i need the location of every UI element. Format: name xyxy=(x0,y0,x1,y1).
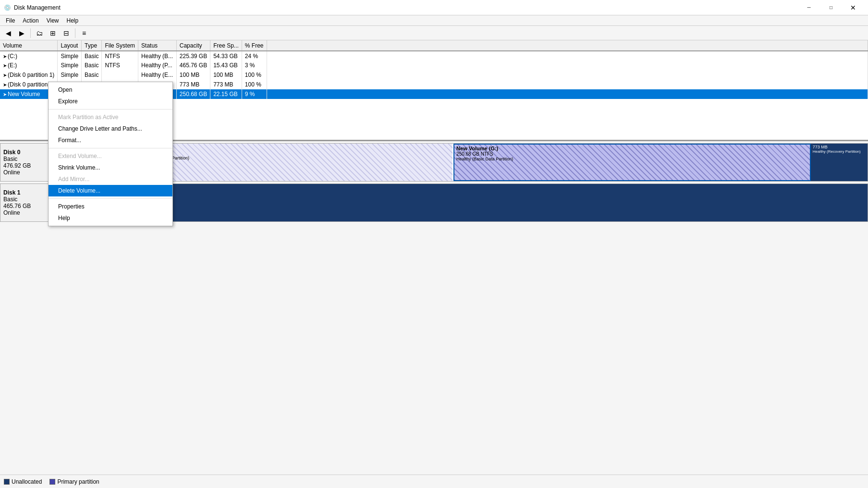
table-row[interactable]: ➤(Disk 0 partition 1) Simple Basic Healt… xyxy=(0,70,868,80)
menu-view[interactable]: View xyxy=(43,15,63,25)
context-menu-item-mark-partition-as-active: Mark Partition as Active xyxy=(49,111,172,123)
disk1-status: Online xyxy=(3,209,52,216)
cell-extra xyxy=(267,89,868,99)
cell-volume: ➤(E:) xyxy=(0,61,58,70)
context-menu-item-open[interactable]: Open xyxy=(49,84,172,96)
cell-free: 54.33 GB xyxy=(210,51,242,61)
context-menu-item-change-drive-letter-and-paths...[interactable]: Change Drive Letter and Paths... xyxy=(49,123,172,134)
toolbar-btn-4[interactable]: ≡ xyxy=(78,27,90,39)
col-layout[interactable]: Layout xyxy=(58,40,82,51)
menu-action[interactable]: Action xyxy=(19,15,42,25)
disk0-part3[interactable]: New Volume (G:) 250.68 GB NTFS Healthy (… xyxy=(453,144,811,181)
col-capacity[interactable]: Capacity xyxy=(176,40,210,51)
cell-extra xyxy=(267,70,868,80)
cell-fs: NTFS xyxy=(102,51,138,61)
maximize-button[interactable]: □ xyxy=(820,0,842,15)
cell-type: Basic xyxy=(82,51,102,61)
cell-extra xyxy=(267,51,868,61)
context-menu-item-extend-volume...: Extend Volume... xyxy=(49,150,172,162)
cell-capacity: 465.76 GB xyxy=(176,61,210,70)
cell-extra xyxy=(267,80,868,89)
forward-button[interactable]: ▶ xyxy=(15,27,28,39)
col-fs[interactable]: File System xyxy=(102,40,138,51)
table-row[interactable]: ➤(C:) Simple Basic NTFS Healthy (B... 22… xyxy=(0,51,868,61)
app-icon: 💿 xyxy=(4,4,11,11)
disk0-size: 476.92 GB xyxy=(3,162,52,169)
menu-help[interactable]: Help xyxy=(63,15,83,25)
cell-volume: ➤(Disk 0 partition 1) xyxy=(0,70,58,80)
disk0-label: Disk 0 Basic 476.92 GB Online xyxy=(0,143,55,182)
cell-type: Basic xyxy=(82,61,102,70)
disk1-type: Basic xyxy=(3,196,52,203)
close-button[interactable]: ✕ xyxy=(842,0,864,15)
primary-label: Primary partition xyxy=(57,478,99,485)
context-menu: OpenExploreMark Partition as ActiveChang… xyxy=(48,82,173,226)
context-menu-separator xyxy=(49,198,172,199)
cell-layout: Simple xyxy=(58,51,82,61)
cell-free: 773 MB xyxy=(210,80,242,89)
cell-extra xyxy=(267,61,868,70)
context-menu-item-explore[interactable]: Explore xyxy=(49,96,172,107)
col-free[interactable]: Free Sp... xyxy=(210,40,242,51)
disk1-name: Disk 1 xyxy=(3,189,52,196)
cell-capacity: 225.39 GB xyxy=(176,51,210,61)
col-volume[interactable]: Volume xyxy=(0,40,58,51)
context-menu-item-shrink-volume...[interactable]: Shrink Volume... xyxy=(49,162,172,173)
context-menu-item-add-mirror...: Add Mirror... xyxy=(49,173,172,185)
toolbar-btn-1[interactable]: 🗂 xyxy=(33,27,46,39)
cell-type: Basic xyxy=(82,70,102,80)
col-type[interactable]: Type xyxy=(82,40,102,51)
cell-status: Healthy (P... xyxy=(138,61,177,70)
cell-status: Healthy (B... xyxy=(138,51,177,61)
cell-pct: 100 % xyxy=(242,70,267,80)
cell-layout: Simple xyxy=(58,61,82,70)
table-row[interactable]: ➤(E:) Simple Basic NTFS Healthy (P... 46… xyxy=(0,61,868,70)
disk0-part4[interactable]: 773 MB Healthy (Recovery Partition) xyxy=(811,144,868,181)
cell-pct: 24 % xyxy=(242,51,267,61)
context-menu-item-properties[interactable]: Properties xyxy=(49,201,172,212)
cell-volume: ➤(C:) xyxy=(0,51,58,61)
cell-pct: 100 % xyxy=(242,80,267,89)
back-button[interactable]: ◀ xyxy=(2,27,14,39)
disk0-name: Disk 0 xyxy=(3,149,52,156)
context-menu-item-format...[interactable]: Format... xyxy=(49,134,172,146)
status-bar: Unallocated Primary partition xyxy=(0,475,868,488)
col-extra xyxy=(267,40,868,51)
col-status[interactable]: Status xyxy=(138,40,177,51)
unallocated-swatch xyxy=(4,479,10,485)
disk1-partitions: (E:) 465.76 GB NTFS Healthy (Primary Par… xyxy=(55,183,868,222)
cell-pct: 3 % xyxy=(242,61,267,70)
cell-free: 22.15 GB xyxy=(210,89,242,99)
cell-capacity: 100 MB xyxy=(176,70,210,80)
cell-layout: Simple xyxy=(58,70,82,80)
context-menu-separator xyxy=(49,148,172,148)
disk0-partitions: 100 MB Healthy (EFI System Partition) (C… xyxy=(55,143,868,182)
disk1-size: 465.76 GB xyxy=(3,203,52,209)
legend-primary: Primary partition xyxy=(49,478,99,485)
toolbar: ◀ ▶ 🗂 ⊞ ⊟ ≡ xyxy=(0,26,868,40)
toolbar-btn-2[interactable]: ⊞ xyxy=(47,27,59,39)
disk1-label: Disk 1 Basic 465.76 GB Online xyxy=(0,183,55,222)
disk0-status: Online xyxy=(3,169,52,176)
unallocated-label: Unallocated xyxy=(12,478,42,485)
toolbar-btn-3[interactable]: ⊟ xyxy=(60,27,73,39)
primary-swatch xyxy=(49,479,55,485)
context-menu-item-help[interactable]: Help xyxy=(49,212,172,224)
cell-free: 100 MB xyxy=(210,70,242,80)
legend-unallocated: Unallocated xyxy=(4,478,42,485)
window-title: Disk Management xyxy=(14,4,61,11)
menu-bar: File Action View Help xyxy=(0,15,868,26)
cell-free: 15.43 GB xyxy=(210,61,242,70)
cell-capacity: 250.68 GB xyxy=(176,89,210,99)
disk0-type: Basic xyxy=(3,156,52,162)
col-pct[interactable]: % Free xyxy=(242,40,267,51)
context-menu-item-delete-volume...[interactable]: Delete Volume... xyxy=(49,185,172,196)
minimize-button[interactable]: ─ xyxy=(798,0,820,15)
disk1-part1[interactable]: (E:) 465.76 GB NTFS Healthy (Primary Par… xyxy=(56,184,868,221)
cell-fs xyxy=(102,70,138,80)
context-menu-separator xyxy=(49,109,172,110)
cell-fs: NTFS xyxy=(102,61,138,70)
title-bar: 💿 Disk Management ─ □ ✕ xyxy=(0,0,868,15)
menu-file[interactable]: File xyxy=(2,15,19,25)
cell-capacity: 773 MB xyxy=(176,80,210,89)
